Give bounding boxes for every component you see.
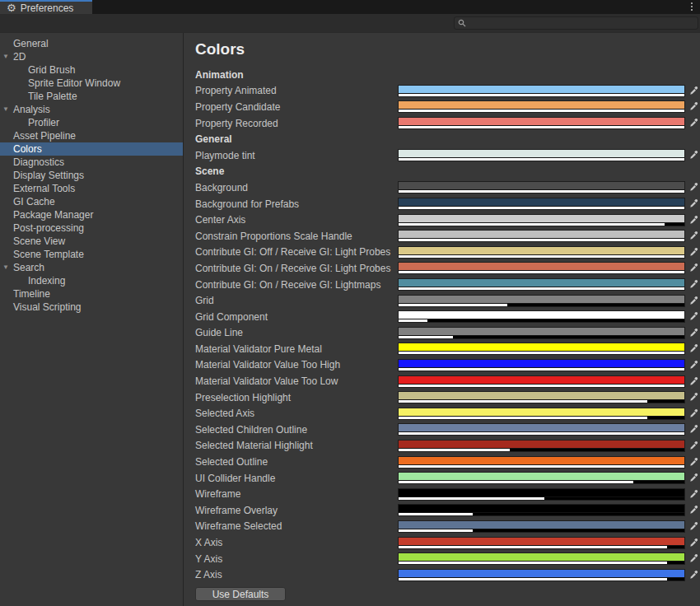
- color-swatch[interactable]: [398, 423, 685, 436]
- color-swatch[interactable]: [398, 214, 685, 226]
- sidebar-item-external-tools[interactable]: External Tools: [0, 182, 183, 195]
- color-swatch[interactable]: [398, 569, 685, 581]
- eyedropper-icon[interactable]: [688, 552, 699, 565]
- sidebar-item-general[interactable]: General: [0, 37, 183, 50]
- swatch-color-area: [399, 247, 684, 254]
- eyedropper-icon[interactable]: [688, 278, 699, 291]
- sidebar-item-profiler[interactable]: Profiler: [0, 116, 183, 129]
- eyedropper-icon[interactable]: [688, 391, 699, 403]
- sidebar-item-analysis[interactable]: ▼Analysis: [0, 103, 183, 116]
- eyedropper-icon[interactable]: [688, 100, 699, 113]
- color-swatch[interactable]: [398, 149, 685, 161]
- color-swatch[interactable]: [398, 295, 685, 307]
- eyedropper-icon[interactable]: [688, 440, 699, 452]
- eyedropper-icon[interactable]: [688, 375, 699, 388]
- eyedropper-icon[interactable]: [688, 456, 699, 468]
- eyedropper-icon[interactable]: [688, 520, 699, 533]
- swatch-color-area: [399, 182, 684, 189]
- color-swatch[interactable]: [398, 504, 685, 516]
- color-swatch[interactable]: [398, 262, 685, 274]
- color-row-material-validator-value-too-low: Material Validator Value Too Low: [195, 373, 700, 389]
- eyedropper-icon[interactable]: [688, 310, 699, 323]
- color-swatch[interactable]: [398, 246, 685, 259]
- eyedropper-icon[interactable]: [688, 504, 699, 516]
- eyedropper-icon[interactable]: [688, 359, 699, 371]
- foldout-arrow-icon[interactable]: ▼: [2, 262, 9, 273]
- eyedropper-icon[interactable]: [688, 230, 699, 242]
- swatch-color-area: [399, 118, 684, 125]
- eyedropper-icon[interactable]: [688, 149, 699, 161]
- gear-icon: ⚙: [7, 2, 16, 13]
- sidebar-item-scene-view[interactable]: Scene View: [0, 235, 183, 248]
- eyedropper-icon[interactable]: [688, 214, 699, 226]
- color-swatch[interactable]: [398, 408, 685, 420]
- color-swatch[interactable]: [398, 440, 685, 452]
- color-swatch[interactable]: [398, 552, 685, 565]
- sidebar-item-scene-template[interactable]: Scene Template: [0, 248, 183, 261]
- sidebar-item-package-manager[interactable]: Package Manager: [0, 208, 183, 221]
- color-swatch[interactable]: [398, 117, 685, 129]
- color-swatch[interactable]: [398, 472, 685, 484]
- sidebar-item-search[interactable]: ▼Search: [0, 261, 183, 274]
- color-swatch[interactable]: [398, 375, 685, 388]
- alpha-bar: [399, 529, 684, 532]
- sidebar-item-display-settings[interactable]: Display Settings: [0, 169, 183, 182]
- kebab-menu-icon[interactable]: [691, 2, 693, 11]
- eyedropper-icon[interactable]: [688, 488, 699, 501]
- sidebar-item-tile-palette[interactable]: Tile Palette: [0, 90, 183, 103]
- sidebar-item-timeline[interactable]: Timeline: [0, 287, 183, 301]
- color-swatch[interactable]: [398, 537, 685, 549]
- color-swatch[interactable]: [398, 181, 685, 193]
- search-input[interactable]: [469, 18, 694, 28]
- eyedropper-icon[interactable]: [688, 246, 699, 259]
- foldout-arrow-icon[interactable]: ▼: [2, 51, 9, 63]
- use-defaults-button[interactable]: Use Defaults: [195, 587, 286, 601]
- eyedropper-icon[interactable]: [688, 181, 699, 193]
- sidebar-item-post-processing[interactable]: Post-processing: [0, 221, 183, 235]
- color-swatch[interactable]: [398, 85, 685, 97]
- swatch-color-area: [399, 86, 684, 93]
- swatch-color-area: [399, 279, 684, 287]
- color-swatch[interactable]: [398, 520, 685, 533]
- color-row-grid-component: Grid Component: [195, 309, 700, 325]
- sidebar-item-gi-cache[interactable]: GI Cache: [0, 195, 183, 208]
- sidebar-item-sprite-editor-window[interactable]: Sprite Editor Window: [0, 77, 183, 90]
- eyedropper-icon[interactable]: [688, 569, 699, 581]
- eyedropper-icon[interactable]: [688, 117, 699, 129]
- color-swatch[interactable]: [398, 230, 685, 242]
- sidebar-item-colors[interactable]: Colors: [0, 142, 183, 156]
- eyedropper-icon[interactable]: [688, 262, 699, 274]
- eyedropper-icon[interactable]: [688, 472, 699, 484]
- color-row-wireframe-overlay: Wireframe Overlay: [195, 502, 700, 519]
- color-row-z-axis: Z Axis: [195, 566, 700, 583]
- preferences-nav: General▼2DGrid BrushSprite Editor Window…: [0, 33, 183, 606]
- eyedropper-icon[interactable]: [688, 85, 699, 97]
- color-swatch[interactable]: [398, 456, 685, 468]
- eyedropper-icon[interactable]: [688, 198, 699, 210]
- color-swatch[interactable]: [398, 100, 685, 113]
- color-swatch[interactable]: [398, 488, 685, 501]
- sidebar-item-grid-brush[interactable]: Grid Brush: [0, 63, 183, 77]
- color-swatch[interactable]: [398, 310, 685, 323]
- color-swatch[interactable]: [398, 359, 685, 371]
- eyedropper-icon[interactable]: [688, 537, 699, 549]
- eyedropper-icon[interactable]: [688, 343, 699, 355]
- color-swatch[interactable]: [398, 198, 685, 210]
- search-box[interactable]: [454, 16, 698, 30]
- eyedropper-icon[interactable]: [688, 423, 699, 436]
- sidebar-item-indexing[interactable]: Indexing: [0, 274, 183, 287]
- eyedropper-icon[interactable]: [688, 295, 699, 307]
- sidebar-item-2d[interactable]: ▼2D: [0, 50, 183, 63]
- sidebar-item-visual-scripting[interactable]: Visual Scripting: [0, 301, 183, 314]
- color-swatch[interactable]: [398, 278, 685, 291]
- sidebar-item-asset-pipeline[interactable]: Asset Pipeline: [0, 129, 183, 142]
- color-label: Contribute GI: Off / Receive GI: Light P…: [195, 246, 398, 258]
- tab-preferences[interactable]: ⚙ Preferences: [0, 0, 92, 14]
- sidebar-item-diagnostics[interactable]: Diagnostics: [0, 156, 183, 169]
- eyedropper-icon[interactable]: [688, 408, 699, 420]
- color-swatch[interactable]: [398, 327, 685, 339]
- color-swatch[interactable]: [398, 343, 685, 355]
- foldout-arrow-icon[interactable]: ▼: [2, 104, 9, 115]
- color-swatch[interactable]: [398, 391, 685, 403]
- eyedropper-icon[interactable]: [688, 327, 699, 339]
